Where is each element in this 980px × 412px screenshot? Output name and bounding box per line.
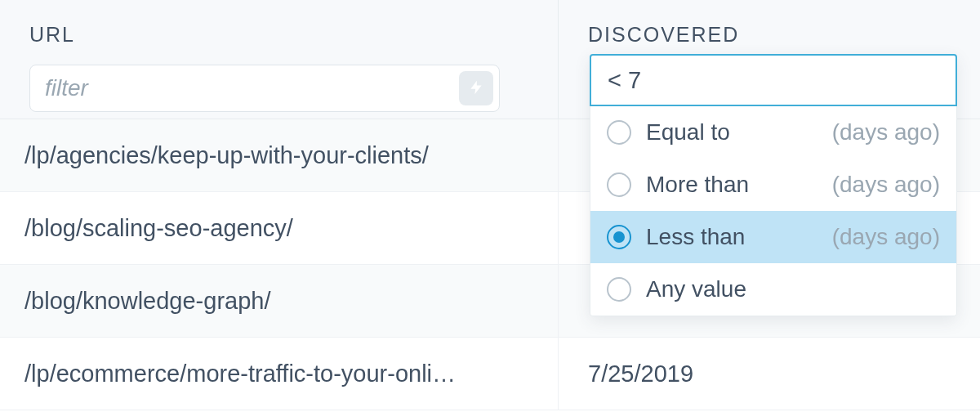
option-label: Equal to [646,119,730,146]
url-filter-input[interactable] [29,65,500,112]
column-header-url: URL [0,0,559,119]
option-label: Any value [646,276,746,302]
option-label: Less than [646,224,745,250]
cell-url: /blog/knowledge-graph/ [0,265,559,337]
option-hint: (days ago) [832,119,940,146]
filter-option-list: Equal to (days ago) More than (days ago)… [590,106,957,316]
table-row[interactable]: /lp/ecommerce/more-traffic-to-your-onli…… [0,338,980,410]
filter-option-any-value[interactable]: Any value [590,263,956,316]
bolt-icon [468,78,484,100]
url-filter-wrap [29,65,500,112]
filter-option-less-than[interactable]: Less than (days ago) [590,211,956,263]
cell-discovered: 7/25/2019 [559,360,980,387]
option-hint: (days ago) [832,224,940,250]
cell-url: /blog/scaling-seo-agency/ [0,192,559,264]
cell-url: /lp/ecommerce/more-traffic-to-your-onli… [0,338,559,410]
filter-option-more-than[interactable]: More than (days ago) [590,159,956,211]
cell-url: /lp/agencies/keep-up-with-your-clients/ [0,119,559,191]
filter-option-equal-to[interactable]: Equal to (days ago) [590,106,956,159]
option-label: More than [646,172,749,198]
discovered-filter-input[interactable] [590,54,957,106]
column-label-discovered[interactable]: DISCOVERED [588,23,951,47]
data-table: URL DISCOVERED /lp/agencies/keep-up-with… [0,0,980,412]
option-hint: (days ago) [832,172,940,198]
radio-icon [607,277,631,302]
radio-icon [607,172,631,197]
radio-icon [607,120,631,145]
column-label-url[interactable]: URL [29,23,528,47]
discovered-filter-dropdown: Equal to (days ago) More than (days ago)… [590,54,957,316]
quick-filter-button[interactable] [459,71,493,105]
radio-icon [607,225,631,249]
